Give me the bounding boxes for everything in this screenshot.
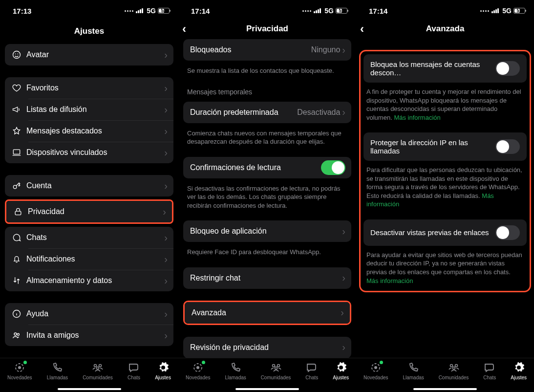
battery-icon: 51 [336, 8, 347, 14]
chevron-right-icon: › [342, 44, 345, 56]
disable-preview-footer: Para ayudar a evitar que sitios web de t… [363, 249, 527, 288]
restringir-row[interactable]: Restringir chat › [183, 267, 351, 289]
svg-point-20 [374, 366, 377, 369]
revision-row[interactable]: Revisión de privacidad › [183, 337, 351, 358]
ayuda-row[interactable]: Ayuda › [5, 303, 173, 325]
svg-point-22 [455, 365, 457, 367]
avanzada-row[interactable]: Avanzada › [185, 302, 350, 324]
bell-icon [12, 254, 26, 264]
almacenamiento-row[interactable]: Almacenamiento y datos › [5, 270, 173, 291]
battery-icon: 51 [513, 8, 525, 14]
svg-point-4 [13, 185, 17, 189]
duracion-row[interactable]: Duración predeterminada Desactivada › [183, 102, 351, 123]
svg-point-16 [272, 365, 275, 367]
people-icon [12, 330, 26, 340]
tab-bar: Novedades Llamadas Comunidades Chats Aju… [356, 358, 534, 392]
tab-llamadas[interactable]: Llamadas [403, 361, 424, 380]
tab-llamadas[interactable]: Llamadas [225, 361, 246, 380]
megaphone-icon [12, 105, 26, 114]
svg-point-0 [13, 51, 21, 59]
svg-point-12 [99, 365, 102, 367]
status-time: 17:14 [191, 7, 210, 15]
status-bar: 17:14 5G 51 [178, 0, 356, 22]
svg-point-10 [18, 366, 21, 369]
advanced-highlight: Bloquea los mensajes de cuentas descon… … [359, 50, 531, 292]
page-title: ‹ Avanzada [356, 22, 534, 36]
home-indicator [235, 388, 299, 390]
privacidad-row[interactable]: Privacidad › [6, 201, 172, 222]
tab-chats[interactable]: Chats [305, 361, 318, 380]
toggle-switch[interactable] [495, 139, 520, 154]
data-arrows-icon [12, 276, 26, 285]
more-info-link[interactable]: Más información [366, 277, 413, 284]
tab-bar: Novedades Llamadas Comunidades Chats Aju… [178, 358, 356, 392]
status-network: 5G [502, 7, 512, 15]
bloqueados-row[interactable]: Bloqueados Ninguno › [183, 39, 351, 61]
chevron-right-icon: › [163, 206, 166, 218]
tab-novedades[interactable]: Novedades [7, 361, 32, 380]
confirmaciones-footer: Si desactivas las confirmaciones de lect… [178, 181, 356, 218]
chats-row[interactable]: Chats › [5, 227, 173, 248]
disable-preview-row[interactable]: Desactivar vistas previas de enlaces [363, 219, 527, 246]
more-info-link[interactable]: Más información [394, 114, 440, 121]
dispositivos-row[interactable]: Dispositivos vinculados › [5, 142, 173, 163]
tab-ajustes[interactable]: Ajustes [333, 361, 349, 380]
notificaciones-row[interactable]: Notificaciones › [5, 248, 173, 270]
tab-llamadas[interactable]: Llamadas [47, 361, 68, 380]
back-button[interactable]: ‹ [182, 22, 186, 36]
screen-advanced: 17:14 5G 51 ‹ Avanzada Bloquea los mensa… [356, 0, 534, 392]
invita-row[interactable]: Invita a amigos › [5, 325, 173, 346]
confirmaciones-row[interactable]: Confirmaciones de lectura [183, 157, 351, 178]
status-bar: 17:13 5G 53 [0, 0, 178, 22]
protect-ip-footer: Para dificultar que las personas deduzca… [363, 164, 527, 219]
tab-comunidades[interactable]: Comunidades [83, 361, 113, 380]
tab-chats[interactable]: Chats [483, 361, 496, 380]
toggle-switch[interactable] [321, 160, 345, 175]
heart-icon [12, 83, 26, 93]
chevron-right-icon: › [164, 126, 168, 137]
tab-novedades[interactable]: Novedades [363, 361, 388, 380]
status-network: 5G [147, 7, 156, 15]
svg-point-17 [277, 365, 279, 367]
chevron-right-icon: › [164, 330, 168, 341]
toggle-switch[interactable] [495, 61, 520, 76]
chevron-right-icon: › [342, 226, 345, 237]
cuenta-row[interactable]: Cuenta › [5, 175, 173, 196]
info-icon [12, 309, 26, 319]
tab-comunidades[interactable]: Comunidades [439, 361, 469, 380]
tab-ajustes[interactable]: Ajustes [511, 361, 527, 380]
status-time: 17:14 [369, 7, 387, 15]
svg-point-7 [14, 333, 17, 335]
toggle-switch[interactable] [495, 225, 520, 240]
chevron-right-icon: › [164, 147, 168, 158]
protect-ip-row[interactable]: Proteger la dirección IP en las llamadas [363, 132, 527, 161]
avatar-row[interactable]: Avatar › [5, 44, 173, 65]
tab-chats[interactable]: Chats [128, 361, 140, 380]
chevron-right-icon: › [164, 49, 168, 61]
destacados-row[interactable]: Mensajes destacados › [5, 120, 173, 142]
tab-comunidades[interactable]: Comunidades [261, 361, 291, 380]
favoritos-row[interactable]: Favoritos › [5, 77, 173, 99]
back-button[interactable]: ‹ [360, 22, 364, 36]
status-bar: 17:14 5G 51 [356, 0, 534, 22]
home-indicator [413, 388, 477, 390]
svg-point-2 [18, 54, 19, 55]
bloqueo-app-row[interactable]: Bloqueo de aplicación › [183, 220, 351, 242]
laptop-icon [12, 148, 26, 157]
star-icon [12, 126, 26, 136]
bloqueados-footer: Se muestra la lista de los contactos que… [178, 64, 356, 83]
battery-icon: 53 [158, 8, 170, 14]
status-time: 17:13 [13, 7, 31, 15]
block-unknown-footer: A fin de proteger tu cuenta y mejorar el… [363, 86, 527, 132]
block-unknown-row[interactable]: Bloquea los mensajes de cuentas descon… [363, 54, 527, 83]
home-indicator [58, 388, 121, 390]
chat-bubble-icon [12, 233, 26, 242]
tab-ajustes[interactable]: Ajustes [155, 361, 171, 380]
svg-point-18 [275, 367, 277, 370]
chevron-right-icon: › [341, 307, 344, 318]
chevron-right-icon: › [164, 83, 168, 94]
chevron-right-icon: › [164, 308, 168, 320]
tab-novedades[interactable]: Novedades [186, 361, 211, 380]
chevron-right-icon: › [164, 275, 168, 286]
listas-row[interactable]: Listas de difusión › [5, 99, 173, 120]
